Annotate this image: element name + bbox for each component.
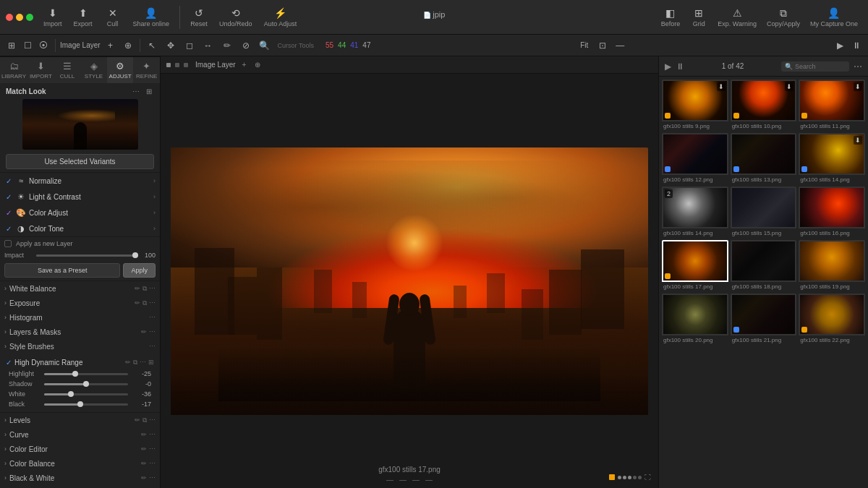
import-button[interactable]: ⬇ Import [39, 4, 67, 30]
exp-more-icon[interactable]: ⋯ [149, 299, 156, 307]
tool-color-balance[interactable]: › Color Balance ✏ ⋯ [0, 456, 160, 471]
layer-options-btn[interactable]: ⊕ [121, 38, 135, 53]
curve-pencil-icon[interactable]: ✏ [141, 431, 147, 438]
hdr-highlight-slider[interactable] [44, 373, 128, 375]
hdr-more-icon[interactable]: ⋯ [140, 359, 146, 367]
adj-color-adjust[interactable]: ✓ 🎨 Color Adjust › [0, 205, 160, 221]
copy-apply-button[interactable]: ⧉ Copy/Apply [762, 4, 804, 30]
adj-light-contrast[interactable]: ✓ ☀ Light & Contrast › [0, 189, 160, 205]
close-btn[interactable] [6, 14, 13, 21]
thumb-item-18[interactable]: gfx100 stills 18.png [731, 240, 797, 291]
canvas-ctrl-3[interactable]: — [412, 476, 420, 484]
tool-histogram[interactable]: › Histogram ⋯ [0, 310, 160, 325]
hdr-copy-icon[interactable]: ⧉ [133, 359, 137, 367]
match-look-options-icon[interactable]: ⋯ [131, 86, 141, 96]
wb-pencil-icon[interactable]: ✏ [135, 285, 140, 293]
thumb-item-16[interactable]: gfx100 stills 16.png [799, 187, 865, 238]
hist-more-icon[interactable]: ⋯ [149, 314, 156, 321]
levels-copy-icon[interactable]: ⧉ [142, 416, 147, 424]
cursor-tool-4[interactable]: ↔ [201, 38, 216, 53]
color-tone-check[interactable]: ✓ [4, 224, 13, 233]
exp-pencil-icon[interactable]: ✏ [135, 299, 140, 307]
minimize-btn[interactable] [16, 14, 23, 21]
exp-copy-icon[interactable]: ⧉ [142, 299, 147, 307]
bw-more-icon[interactable]: ⋯ [149, 474, 156, 481]
apply-button[interactable]: Apply [123, 263, 156, 278]
tool-clarity[interactable]: › Clarity ✏ ⋯ [0, 485, 160, 488]
play-preview-btn[interactable]: ▶ [833, 38, 847, 53]
share-online-button[interactable]: 👤 Share online [129, 4, 174, 30]
before-button[interactable]: ◧ Before [657, 4, 685, 30]
right-panel-play-icon[interactable]: ▶ [665, 61, 671, 72]
thumb-item-14a[interactable]: ⬇ gfx100 stills 14.png [799, 133, 865, 184]
thumb-item-13[interactable]: gfx100 stills 13.png [731, 133, 797, 184]
hdr-header[interactable]: ✓ High Dynamic Range ✏ ⧉ ⋯ ⊞ [6, 356, 154, 369]
my-capture-one-button[interactable]: 👤 My Capture One [806, 4, 862, 30]
cb-pencil-icon[interactable]: ✏ [141, 460, 147, 467]
light-contrast-expand[interactable]: › [153, 193, 156, 200]
grid-button[interactable]: ⊞ Grid [686, 4, 712, 30]
color-adjust-check[interactable]: ✓ [4, 208, 13, 217]
color-adjust-expand[interactable]: › [153, 209, 156, 216]
wb-more-icon[interactable]: ⋯ [149, 285, 156, 293]
cursor-tool-6[interactable]: ⊘ [239, 38, 253, 53]
levels-more-icon[interactable]: ⋯ [149, 416, 156, 424]
wb-copy-icon[interactable]: ⧉ [142, 285, 147, 293]
tool-levels[interactable]: › Levels ✏ ⧉ ⋯ [0, 413, 160, 427]
hdr-shadow-thumb[interactable] [83, 381, 89, 387]
tab-adjust[interactable]: ⚙ ADJUST [107, 57, 134, 83]
impact-slider-thumb[interactable] [132, 252, 138, 258]
hdr-expand-icon[interactable]: ⊞ [148, 359, 154, 367]
hdr-white-thumb[interactable] [68, 391, 74, 397]
cursor-tool-7[interactable]: 🔍 [258, 38, 272, 53]
adj-color-tone[interactable]: ✓ ◑ Color Tone › [0, 221, 160, 236]
thumb-item-17[interactable]: gfx100 stills 17.png [662, 240, 728, 291]
right-panel-menu-icon[interactable]: ⋯ [854, 61, 862, 72]
hdr-highlight-thumb[interactable] [72, 371, 78, 377]
apply-layer-check[interactable] [4, 240, 12, 247]
tool-layers-masks[interactable]: › Layers & Masks ✏ ⋯ [0, 325, 160, 339]
light-contrast-check[interactable]: ✓ [4, 192, 13, 201]
thumb-item-12[interactable]: gfx100 stills 12.png [662, 133, 728, 184]
cull-button[interactable]: ✕ Cull [100, 4, 126, 30]
thumb-item-14b[interactable]: 2 gfx100 stills 14.png [662, 187, 728, 238]
hdr-black-thumb[interactable] [77, 401, 83, 407]
tool-black-white[interactable]: › Black & White ✏ ⋯ [0, 471, 160, 485]
lm-pencil-icon[interactable]: ✏ [141, 328, 147, 335]
tab-style[interactable]: ◈ STYLE [80, 57, 107, 83]
thumb-item-15[interactable]: gfx100 stills 15.png [731, 187, 797, 238]
normalize-check[interactable]: ✓ [4, 176, 13, 185]
canvas-fullscreen-btn[interactable]: ⛶ [644, 474, 651, 481]
tab-refine[interactable]: ✦ REFINE [133, 57, 160, 83]
tool-color-editor[interactable]: › Color Editor ✏ ⋯ [0, 442, 160, 456]
thumb-item-11[interactable]: ⬇ gfx100 stills 11.png [799, 80, 865, 131]
canvas-options-btn[interactable]: ⊕ [252, 60, 263, 69]
impact-slider[interactable] [36, 254, 138, 257]
exp-warning-button[interactable]: ⚠ Exp. Warning [713, 4, 761, 30]
hdr-check[interactable]: ✓ [6, 359, 12, 367]
cursor-tool-3[interactable]: ◻ [182, 38, 197, 53]
zoom-btn[interactable]: — [613, 38, 627, 53]
thumb-item-21[interactable]: gfx100 stills 21.png [731, 294, 797, 345]
canvas-layer-dropdown[interactable]: Image Layer [195, 61, 236, 69]
canvas-snap-btn[interactable]: ⦿ [36, 38, 51, 53]
sb-more-icon[interactable]: ⋯ [149, 343, 156, 350]
tool-curve[interactable]: › Curve ✏ ⋯ [0, 427, 160, 442]
thumb-item-22[interactable]: gfx100 stills 22.png [799, 294, 865, 345]
tool-exposure[interactable]: › Exposure ✏ ⧉ ⋯ [0, 296, 160, 310]
hdr-shadow-slider[interactable] [44, 383, 128, 385]
bw-pencil-icon[interactable]: ✏ [141, 474, 147, 481]
export-button[interactable]: ⬆ Export [69, 4, 97, 30]
auto-adjust-button[interactable]: ⚡ Auto Adjust [260, 4, 302, 30]
hdr-black-slider[interactable] [44, 403, 128, 406]
ce-more-icon[interactable]: ⋯ [149, 445, 156, 453]
adj-normalize[interactable]: ✓ ≈ Normalize › [0, 173, 160, 189]
cb-more-icon[interactable]: ⋯ [149, 460, 156, 467]
normalize-expand[interactable]: › [153, 177, 156, 184]
canvas-ctrl-1[interactable]: — [386, 476, 393, 484]
thumb-item-9[interactable]: ⬇ gfx100 stills 9.png [662, 80, 728, 131]
canvas-add-layer-btn[interactable]: + [240, 60, 249, 69]
canvas-ctrl-4[interactable]: — [425, 476, 433, 484]
thumb-item-19[interactable]: gfx100 stills 19.png [799, 240, 865, 291]
zoom-fit-icon[interactable]: ⊡ [595, 38, 610, 53]
